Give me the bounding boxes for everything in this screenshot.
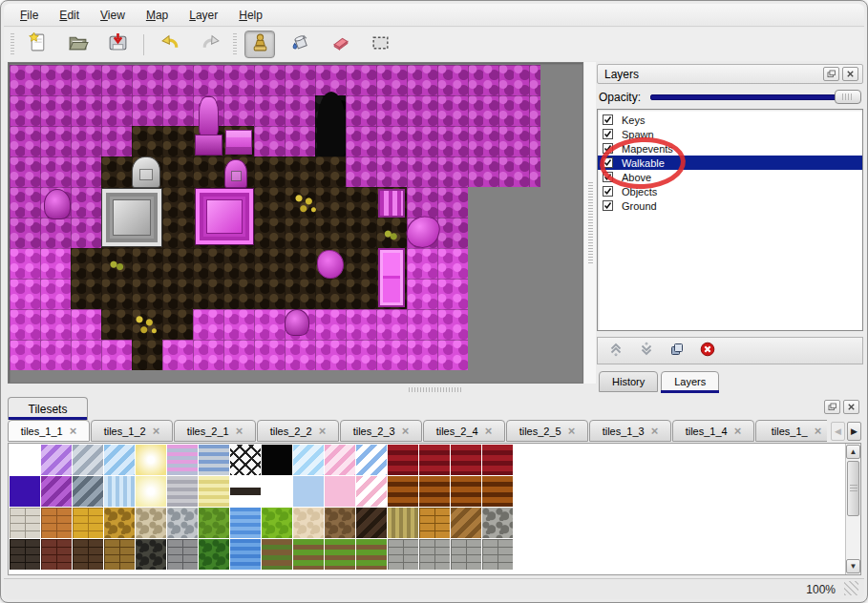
map-tile-rock-wall[interactable]	[407, 156, 437, 187]
tileset-tile[interactable]	[388, 539, 418, 570]
map-tile-empty[interactable]	[529, 309, 540, 340]
eraser-tool-button[interactable]	[325, 31, 355, 58]
map-tile-rock-wall[interactable]	[376, 95, 407, 126]
scroll-up-icon[interactable]: ▲	[846, 445, 860, 459]
map-tile-dark-floor[interactable]	[101, 187, 132, 218]
map-tile-dark-floor[interactable]	[71, 279, 101, 309]
layer-visibility-checkbox[interactable]	[603, 157, 613, 168]
close-tab-icon[interactable]: ×	[651, 425, 659, 437]
tileset-tile[interactable]	[41, 508, 72, 538]
map-tile-empty[interactable]	[498, 279, 529, 309]
tileset-scrollbar[interactable]: ▲ ▼	[845, 444, 860, 574]
map-tile-rock-wall[interactable]	[498, 156, 529, 187]
map-tile-rock-wall[interactable]	[101, 95, 132, 126]
tileset-tab-tiles_1_1[interactable]: tiles_1_1×	[8, 420, 90, 442]
close-tab-icon[interactable]: ×	[402, 425, 410, 437]
map-tile-dark-floor[interactable]	[162, 218, 193, 248]
map-tile-empty[interactable]	[529, 248, 540, 279]
map-tile-dark-floor[interactable]	[193, 156, 223, 187]
layer-row-objects[interactable]: Objects	[598, 184, 862, 198]
map-tile-rock-wall[interactable]	[40, 156, 71, 187]
map-tile-pink-ground[interactable]	[223, 340, 254, 370]
map-tile-pink-ground[interactable]	[407, 279, 437, 309]
map-tile-pink-ground[interactable]	[71, 309, 101, 340]
map-tile-rock-wall[interactable]	[468, 95, 498, 126]
select-tool-button[interactable]	[365, 31, 395, 58]
tileset-tile[interactable]	[262, 476, 292, 507]
tileset-tab-tiles_1_3[interactable]: tiles_1_3×	[589, 420, 671, 442]
map-tile-empty[interactable]	[468, 248, 498, 279]
tileset-tile[interactable]	[104, 445, 135, 475]
tileset-tile[interactable]	[388, 445, 418, 475]
map-tile-rock-wall[interactable]	[285, 95, 315, 126]
map-tile-rock-wall[interactable]	[437, 218, 468, 248]
map-tile-rock-wall[interactable]	[40, 95, 71, 126]
map-tile-rock-wall[interactable]	[285, 65, 315, 95]
map-tile-pink-ground[interactable]	[223, 309, 254, 340]
map-tile-dark-floor[interactable]	[315, 156, 346, 187]
map-tile-pink-ground[interactable]	[285, 309, 315, 340]
map-tile-empty[interactable]	[529, 218, 540, 248]
map-tile-rock-wall[interactable]	[376, 65, 407, 95]
map-tile-empty[interactable]	[468, 340, 498, 370]
map-tile-empty[interactable]	[498, 340, 529, 370]
map-tile-rock-wall[interactable]	[71, 156, 101, 187]
tileset-tile[interactable]	[73, 445, 103, 475]
map-tile-dark-floor[interactable]	[285, 187, 315, 218]
duplicate-layer-button[interactable]	[666, 340, 688, 362]
close-tab-icon[interactable]: ×	[70, 425, 77, 437]
undo-button[interactable]	[155, 31, 185, 58]
tileset-tile[interactable]	[199, 445, 229, 475]
map-tile-empty[interactable]	[498, 218, 529, 248]
map-tile-rock-wall[interactable]	[71, 187, 101, 218]
map-tile-rock-wall[interactable]	[285, 126, 315, 156]
map-tile-dark-floor[interactable]	[162, 309, 193, 340]
tileset-tile[interactable]	[451, 476, 481, 507]
map-tile-dark-floor[interactable]	[132, 340, 162, 370]
map-tile-rock-wall[interactable]	[407, 218, 437, 248]
resize-grip[interactable]	[844, 581, 858, 595]
map-tile-empty[interactable]	[498, 187, 529, 218]
tileset-tile[interactable]	[167, 539, 198, 570]
map-tile-dark-floor[interactable]	[285, 218, 315, 248]
map-tile-empty[interactable]	[468, 187, 498, 218]
map-tile-dark-floor[interactable]	[376, 279, 407, 309]
tileset-tile[interactable]	[262, 539, 292, 570]
new-file-button[interactable]	[22, 31, 53, 58]
tileset-tile[interactable]	[419, 539, 450, 570]
map-tile-rock-wall[interactable]	[71, 65, 101, 95]
map-tile-empty[interactable]	[529, 279, 540, 309]
map-tile-rock-wall[interactable]	[10, 126, 40, 156]
map-tile-dark-floor[interactable]	[315, 279, 346, 309]
map-tile-empty[interactable]	[468, 309, 498, 340]
map-tile-rock-wall[interactable]	[10, 95, 40, 126]
tileset-tile[interactable]	[451, 445, 481, 475]
tileset-tile[interactable]	[356, 445, 387, 475]
tileset-tile[interactable]	[10, 476, 40, 507]
map-tile-rock-wall[interactable]	[254, 65, 285, 95]
map-tile-rock-wall[interactable]	[101, 65, 132, 95]
map-tile-rock-wall[interactable]	[468, 126, 498, 156]
map-tile-dark-floor[interactable]	[285, 156, 315, 187]
map-tile-rock-wall[interactable]	[223, 65, 254, 95]
layer-visibility-checkbox[interactable]	[603, 172, 613, 182]
map-tile-pink-ground[interactable]	[254, 309, 285, 340]
map-tile-pink-ground[interactable]	[40, 248, 71, 279]
map-tile-rock-wall[interactable]	[346, 95, 376, 126]
menu-help[interactable]: Help	[230, 6, 271, 25]
tileset-tile[interactable]	[325, 508, 355, 538]
map-tile-dark-floor[interactable]	[193, 187, 223, 218]
tileset-tile[interactable]	[230, 508, 261, 538]
map-tile-dark-floor[interactable]	[346, 279, 376, 309]
tileset-tile[interactable]	[10, 539, 40, 570]
map-tile-pink-ground[interactable]	[193, 340, 223, 370]
map-tile-rock-wall[interactable]	[407, 187, 437, 218]
tileset-tile[interactable]	[325, 445, 355, 475]
map-tile-rock-wall[interactable]	[346, 126, 376, 156]
map-tile-rock-wall[interactable]	[132, 65, 162, 95]
opacity-slider-handle[interactable]	[835, 90, 861, 104]
map-tile-dark-floor[interactable]	[223, 218, 254, 248]
map-tile-dark-floor[interactable]	[193, 248, 223, 279]
map-tile-rock-wall[interactable]	[529, 65, 540, 95]
map-tile-dark-floor[interactable]	[132, 248, 162, 279]
